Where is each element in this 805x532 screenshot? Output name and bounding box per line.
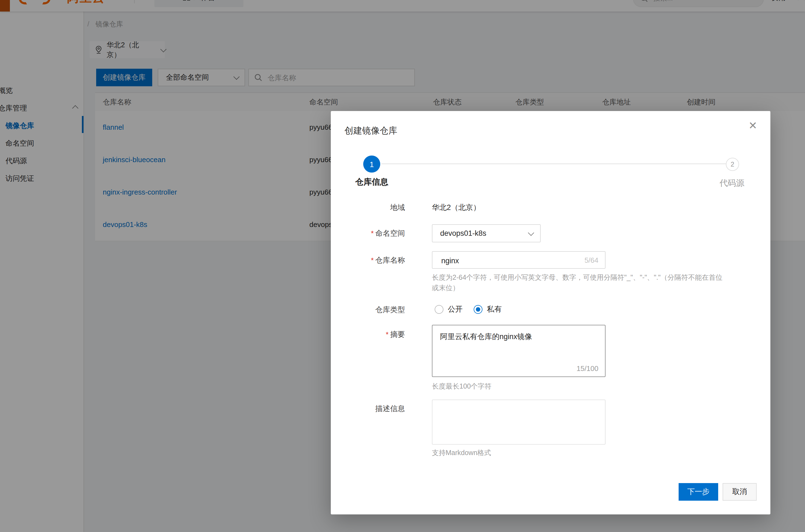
step-2-label: 代码源 <box>710 178 754 189</box>
region-field-value: 华北2（北京） <box>432 203 481 213</box>
repo-name-counter: 5/64 <box>584 252 598 269</box>
namespace-field-label: *命名空间 <box>345 229 405 239</box>
summary-field-label: *摘要 <box>345 330 405 340</box>
required-star: * <box>386 330 388 339</box>
description-textarea-wrap <box>432 400 606 444</box>
summary-textarea-wrap: 阿里云私有仓库的nginx镜像 15/100 <box>432 325 606 377</box>
radio-private[interactable] <box>474 305 482 314</box>
summary-hint: 长度最长100个字符 <box>432 381 492 392</box>
repo-name-hint: 长度为2-64个字符，可使用小写英文字母、数字，可使用分隔符"_"、"-"、".… <box>432 272 725 293</box>
namespace-select-value: devops01-k8s <box>440 229 528 238</box>
repo-name-field-label: *仓库名称 <box>345 255 405 265</box>
step-2-indicator: 2 <box>726 158 739 171</box>
cancel-button[interactable]: 取消 <box>723 483 756 501</box>
step-1-indicator: 1 <box>363 155 380 173</box>
repo-name-input-wrap: 5/64 <box>432 251 606 269</box>
radio-private-label[interactable]: 私有 <box>487 304 502 315</box>
step-connector-line <box>381 163 726 164</box>
close-icon[interactable]: ✕ <box>748 120 757 131</box>
step-1-label: 仓库信息 <box>349 177 394 187</box>
create-repo-modal: 创建镜像仓库 ✕ 1 2 仓库信息 代码源 地域 华北2（北京） *命名空间 d… <box>331 111 770 514</box>
repo-name-input[interactable] <box>440 252 574 269</box>
summary-counter: 15/100 <box>576 364 598 373</box>
step-1-number: 1 <box>369 160 374 168</box>
step-2-number: 2 <box>731 160 734 168</box>
repo-type-radio-group: 公开 私有 <box>435 304 502 315</box>
namespace-select[interactable]: devops01-k8s <box>432 224 541 242</box>
next-step-button[interactable]: 下一步 <box>678 483 718 501</box>
radio-public-label[interactable]: 公开 <box>448 304 463 315</box>
radio-public[interactable] <box>435 305 443 314</box>
screen: 阿里云 工作台 <box>0 0 805 532</box>
repo-type-field-label: 仓库类型 <box>345 305 405 315</box>
chevron-down-icon <box>528 229 534 236</box>
description-hint: 支持Markdown格式 <box>432 448 491 458</box>
description-field-label: 描述信息 <box>345 404 405 414</box>
required-star: * <box>371 256 373 264</box>
region-field-label: 地域 <box>345 203 405 213</box>
description-textarea[interactable] <box>433 400 605 444</box>
modal-title: 创建镜像仓库 <box>345 125 397 137</box>
required-star: * <box>371 229 373 238</box>
